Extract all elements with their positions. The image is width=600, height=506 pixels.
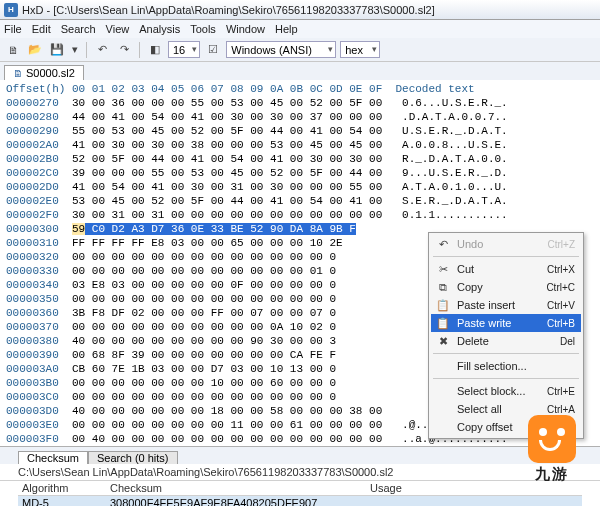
app-icon: H	[4, 3, 18, 17]
redo-icon[interactable]: ↷	[115, 41, 133, 59]
ctx-delete[interactable]: ✖DeleteDel	[431, 332, 581, 350]
ctx-paste-write[interactable]: 📋Paste writeCtrl+B	[431, 314, 581, 332]
checksum-table: Algorithm Checksum Usage MD-5 308000F4FE…	[18, 481, 582, 506]
ctx-icon: ⧉	[436, 281, 450, 294]
ctx-undo: ↶UndoCtrl+Z	[431, 235, 581, 253]
save-dropdown-icon[interactable]: ▾	[70, 41, 80, 59]
bytes-per-row-combo[interactable]: 16	[168, 41, 200, 58]
context-menu: ↶UndoCtrl+Z✂CutCtrl+X⧉CopyCtrl+C📋Paste i…	[428, 232, 584, 439]
ctx-copy[interactable]: ⧉CopyCtrl+C	[431, 278, 581, 296]
ctx-cut[interactable]: ✂CutCtrl+X	[431, 260, 581, 278]
menubar: File Edit Search View Analysis Tools Win…	[0, 20, 600, 38]
ctx-select-block-[interactable]: Select block...Ctrl+E	[431, 382, 581, 400]
menu-help[interactable]: Help	[275, 23, 298, 35]
undo-icon[interactable]: ↶	[93, 41, 111, 59]
menu-separator	[433, 353, 579, 354]
watermark-logo: 九游	[528, 415, 576, 484]
open-file-icon[interactable]: 📂	[26, 41, 44, 59]
col-algorithm: Algorithm	[18, 481, 106, 495]
toolbar: 🗎 📂 💾 ▾ ↶ ↷ ◧ 16 ☑ Windows (ANSI) hex	[0, 38, 600, 62]
menu-file[interactable]: File	[4, 23, 22, 35]
menu-view[interactable]: View	[106, 23, 130, 35]
menu-separator	[433, 378, 579, 379]
tab-search[interactable]: Search (0 hits)	[88, 451, 178, 464]
toggle-icon[interactable]: ◧	[146, 41, 164, 59]
document-tabstrip: 🗎 S0000.sl2	[0, 62, 600, 80]
menu-separator	[433, 256, 579, 257]
ctx-icon: ✖	[436, 335, 450, 348]
ctx-paste-insert[interactable]: 📋Paste insertCtrl+V	[431, 296, 581, 314]
menu-window[interactable]: Window	[226, 23, 265, 35]
new-file-icon[interactable]: 🗎	[4, 41, 22, 59]
menu-edit[interactable]: Edit	[32, 23, 51, 35]
ctx-icon: ✂	[436, 263, 450, 276]
tab-checksum[interactable]: Checksum	[18, 451, 88, 464]
col-usage: Usage	[366, 481, 516, 495]
ctx-icon: 📋	[436, 299, 450, 312]
menu-search[interactable]: Search	[61, 23, 96, 35]
base-combo[interactable]: hex	[340, 41, 380, 58]
checksum-row[interactable]: MD-5 308000F4FE5E9AF9E8FA408205DFE907	[18, 496, 582, 506]
smiley-icon	[528, 415, 576, 463]
window-titlebar: H HxD - [C:\Users\Sean Lin\AppData\Roami…	[0, 0, 600, 20]
results-panel: Results Checksum Search (0 hits) C:\User…	[0, 446, 600, 506]
encoding-combo[interactable]: Windows (ANSI)	[226, 41, 336, 58]
ctx-icon: ↶	[436, 238, 450, 251]
menu-tools[interactable]: Tools	[190, 23, 216, 35]
document-tab[interactable]: 🗎 S0000.sl2	[4, 65, 84, 80]
document-icon: 🗎	[13, 68, 23, 79]
window-title: HxD - [C:\Users\Sean Lin\AppData\Roaming…	[22, 4, 435, 16]
file-path: C:\Users\Sean Lin\AppData\Roaming\Sekiro…	[0, 464, 600, 481]
watermark-text: 九游	[528, 465, 576, 484]
misc-check-icon[interactable]: ☑	[204, 41, 222, 59]
document-tab-label: S0000.sl2	[26, 67, 75, 79]
menu-analysis[interactable]: Analysis	[139, 23, 180, 35]
ctx-fill-selection-[interactable]: Fill selection...	[431, 357, 581, 375]
col-checksum: Checksum	[106, 481, 366, 495]
ctx-icon: 📋	[436, 317, 450, 330]
save-file-icon[interactable]: 💾	[48, 41, 66, 59]
